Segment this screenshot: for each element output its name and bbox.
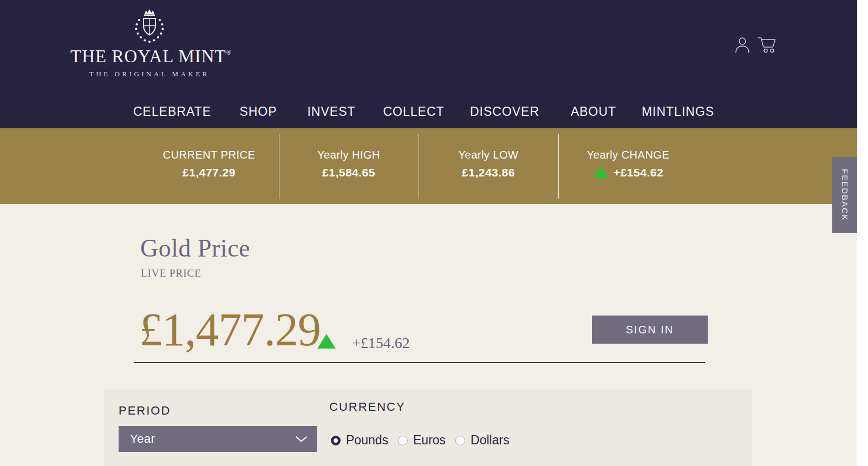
- page-title: Gold Price: [140, 234, 250, 262]
- radio-pounds-label[interactable]: Pounds: [346, 433, 388, 448]
- triangle-up-icon: [593, 167, 609, 178]
- stat-value: £1,584.65: [279, 166, 419, 179]
- feedback-tab[interactable]: FEEDBACK: [832, 157, 857, 233]
- stat-label: Yearly HIGH: [279, 149, 419, 161]
- nav-about[interactable]: ABOUT: [571, 101, 616, 122]
- scrollbar-track[interactable]: [857, 0, 868, 466]
- nav-celebrate[interactable]: CELEBRATE: [133, 101, 211, 122]
- account-icon[interactable]: [734, 36, 750, 54]
- main-nav: CELEBRATE SHOP INVEST COLLECT DISCOVER A…: [0, 101, 857, 122]
- radio-euros-label[interactable]: Euros: [413, 433, 446, 448]
- ticker-divider: [419, 134, 419, 199]
- radio-pounds[interactable]: [331, 436, 341, 445]
- live-price-label: LIVE PRICE: [141, 267, 201, 279]
- logo-tagline: THE ORIGINAL MAKER: [70, 70, 229, 78]
- radio-euros[interactable]: [398, 436, 408, 445]
- stat-value: £1,243.86: [419, 166, 558, 179]
- currency-radio-group: Pounds Euros Dollars: [331, 433, 519, 448]
- chart-controls-panel: PERIOD Year CURRENCY Pounds Euros Dollar…: [105, 389, 752, 466]
- currency-label: CURRENCY: [329, 400, 406, 414]
- price-change-amount: +£154.62: [352, 334, 410, 352]
- cart-icon[interactable]: [757, 36, 779, 53]
- radio-dollars-label[interactable]: Dollars: [471, 433, 510, 448]
- period-label: PERIOD: [119, 404, 171, 418]
- nav-discover[interactable]: DISCOVER: [470, 101, 539, 122]
- stat-label: CURRENT PRICE: [139, 149, 279, 161]
- stat-label: Yearly CHANGE: [558, 149, 698, 161]
- nav-collect[interactable]: COLLECT: [383, 101, 444, 122]
- ticker-divider: [279, 134, 279, 199]
- period-selected-value: Year: [130, 432, 155, 446]
- stat-yearly-change: Yearly CHANGE +£154.62: [558, 128, 698, 204]
- stat-yearly-low: Yearly LOW £1,243.86: [419, 128, 558, 204]
- stat-value: £1,477.29: [139, 166, 279, 179]
- nav-shop[interactable]: SHOP: [239, 101, 277, 122]
- gold-price-page: THE ROYAL MINT® THE ORIGINAL MAKER CELEB…: [0, 0, 868, 466]
- registered-mark: ®: [226, 49, 232, 56]
- horizontal-divider: [134, 362, 705, 363]
- stat-yearly-high: Yearly HIGH £1,584.65: [279, 128, 419, 204]
- site-header: THE ROYAL MINT® THE ORIGINAL MAKER CELEB…: [0, 0, 857, 128]
- radio-dollars[interactable]: [455, 436, 465, 445]
- feedback-tab-label: FEEDBACK: [840, 169, 850, 221]
- royal-crest-icon: [134, 8, 165, 44]
- nav-mintlings[interactable]: MINTLINGS: [642, 101, 714, 122]
- royal-mint-logo[interactable]: THE ROYAL MINT® THE ORIGINAL MAKER: [70, 8, 229, 78]
- triangle-up-icon: [317, 334, 336, 349]
- nav-invest[interactable]: INVEST: [307, 101, 355, 122]
- stat-value: +£154.62: [558, 166, 698, 179]
- stat-label: Yearly LOW: [419, 149, 558, 161]
- logo-wordmark: THE ROYAL MINT®: [70, 47, 229, 67]
- period-dropdown[interactable]: Year: [119, 426, 317, 452]
- sign-in-button[interactable]: SIGN IN: [592, 316, 708, 344]
- stat-current-price: CURRENT PRICE £1,477.29: [139, 128, 279, 204]
- ticker-divider: [558, 134, 559, 199]
- chevron-down-icon: [296, 436, 307, 443]
- price-ticker-bar: CURRENT PRICE £1,477.29 Yearly HIGH £1,5…: [0, 128, 857, 204]
- live-gold-price: £1,477.29: [139, 306, 321, 353]
